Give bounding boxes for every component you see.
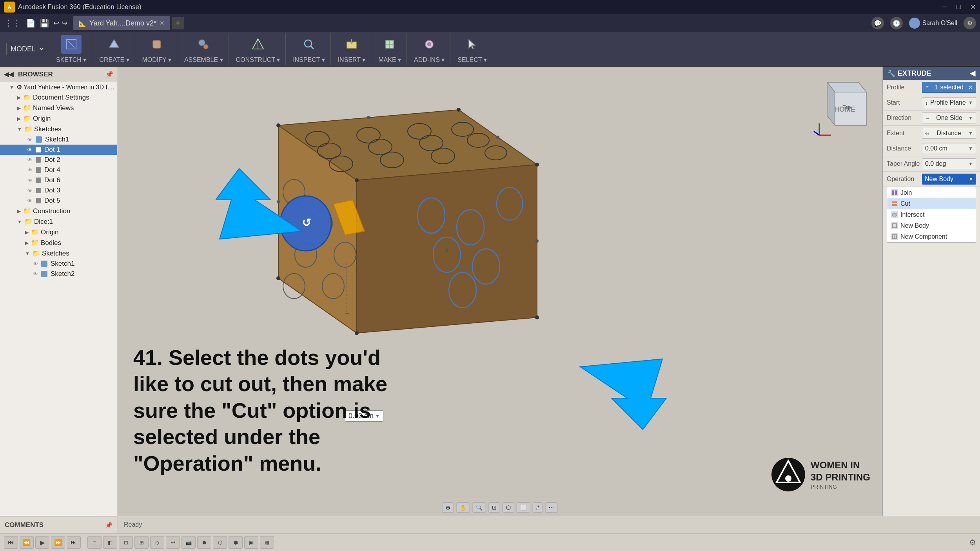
operation-new-body[interactable]: New Body (887, 220, 976, 231)
browser-pin-icon[interactable]: 📌 (105, 71, 113, 78)
eye-icon-s1[interactable]: 👁 (33, 261, 38, 267)
pan-btn[interactable]: ✋ (456, 502, 470, 513)
assemble-btn[interactable] (193, 35, 214, 54)
browser-construction[interactable]: ▶ 📁 Construction (0, 206, 117, 216)
construct-btn[interactable] (248, 35, 268, 54)
svg-point-56 (355, 331, 359, 335)
camera-btn[interactable]: 📷 (181, 536, 196, 549)
operation-new-component[interactable]: New Component (887, 231, 976, 242)
operation-cut[interactable]: Cut (887, 198, 976, 209)
inspect-btn[interactable] (299, 35, 319, 54)
frame-btn3[interactable]: ⊡ (119, 536, 133, 549)
browser-dot3[interactable]: 👁 Dot 3 (0, 185, 117, 196)
browser-origin-dice[interactable]: ▶ 📁 Origin (0, 227, 117, 237)
display-btn[interactable]: ⬜ (517, 502, 530, 513)
eye-icon4[interactable]: 👁 (27, 167, 33, 173)
start-select[interactable]: ↕ Profile Plane ▼ (922, 97, 976, 108)
frame-btn2[interactable]: ◧ (103, 536, 117, 549)
eye-icon-dot3[interactable]: 👁 (27, 188, 33, 194)
minimize-btn[interactable]: ─ (942, 3, 947, 11)
extrude-expand-icon[interactable]: ◀ (970, 69, 975, 78)
new-btn[interactable]: 📄 (26, 18, 36, 28)
insert-btn[interactable] (341, 35, 362, 54)
browser-dot2[interactable]: 👁 Dot 2 (0, 155, 117, 165)
distance-input[interactable]: 0.00 cm ▼ (922, 143, 976, 154)
new-tab-btn[interactable]: + (172, 17, 184, 29)
play-btn[interactable]: ▶ (35, 536, 49, 549)
main-tab[interactable]: 📐 Yard Yah....Demo v2* ✕ (73, 16, 170, 30)
eye-icon3[interactable]: 👁 (27, 157, 33, 163)
app-menu-icon[interactable]: ⋮⋮ (4, 18, 21, 28)
keyframe-btn2[interactable]: ⬢ (229, 536, 243, 549)
nav-cube[interactable]: HOME Top (811, 74, 874, 137)
undo-btn[interactable]: ↩ (53, 19, 59, 27)
browser-named-views[interactable]: ▶ 📁 Named Views (0, 103, 117, 113)
keyframe-btn3[interactable]: ▣ (244, 536, 258, 549)
browser-doc-settings[interactable]: ▶ 📁 Document Settings (0, 92, 117, 103)
profile-value[interactable]: 🖱 1 selected ✕ (922, 82, 976, 93)
arrow-btn[interactable]: ↩ (166, 536, 180, 549)
eye-icon2[interactable]: 👁 (27, 147, 33, 153)
create-btn[interactable] (104, 35, 124, 54)
rewind-start-btn[interactable]: ⏮ (4, 536, 18, 549)
chat-icon[interactable]: 💬 (871, 17, 884, 29)
model-selector[interactable]: MODEL (6, 43, 45, 55)
extent-select[interactable]: ⇔ Distance ▼ (922, 128, 976, 139)
comments-pin-icon[interactable]: 📌 (105, 522, 113, 529)
browser-dot1[interactable]: 👁 Dot 1 (0, 145, 117, 155)
zoom-btn[interactable]: 🔍 (472, 502, 486, 513)
fit-btn[interactable]: ⊡ (488, 502, 500, 513)
modify-btn[interactable] (147, 35, 167, 54)
grid-btn[interactable]: # (533, 502, 543, 513)
perspective-btn[interactable]: ⬡ (503, 502, 514, 513)
browser-bodies[interactable]: ▶ 📁 Bodies (0, 237, 117, 248)
clock-icon[interactable]: 🕐 (890, 17, 903, 29)
save-btn[interactable]: 💾 (40, 18, 49, 28)
viewport[interactable]: ↺ (118, 67, 882, 516)
browser-dot5[interactable]: 👁 Dot 5 (0, 196, 117, 206)
eye-icon-dot5[interactable]: 👁 (27, 198, 33, 204)
addins-btn[interactable] (419, 35, 439, 54)
settings-gear-btn[interactable]: ⚙ (969, 538, 976, 547)
operation-dropdown[interactable]: New Body ▼ (922, 174, 976, 185)
close-btn[interactable]: ✕ (970, 3, 976, 11)
eye-icon6[interactable]: 👁 (27, 178, 33, 183)
keyframe-btn1[interactable]: ⬡ (213, 536, 227, 549)
browser-sketches-root[interactable]: ▼ 📁 Sketches (0, 124, 117, 134)
browser-root[interactable]: ▼ ⚙ Yard Yahtzee - Women in 3D L... ↻ (0, 82, 117, 92)
browser-dot4[interactable]: 👁 Dot 4 (0, 165, 117, 175)
rewind-btn[interactable]: ⏪ (20, 536, 34, 549)
tab-close-icon[interactable]: ✕ (160, 20, 165, 27)
browser-sketch1-dice[interactable]: 👁 Sketch1 (0, 259, 117, 269)
make-btn[interactable] (379, 35, 400, 54)
taper-input[interactable]: 0.0 deg ▼ (922, 158, 976, 169)
profile-clear-btn[interactable]: ✕ (968, 84, 973, 91)
settings-icon[interactable]: ⚙ (964, 17, 976, 29)
operation-join[interactable]: Join (887, 187, 976, 198)
browser-sketch1[interactable]: 👁 Sketch1 (0, 134, 117, 145)
browser-origin-root[interactable]: ▶ 📁 Origin (0, 113, 117, 124)
frame-btn4[interactable]: ⊞ (134, 536, 149, 549)
orbit-btn[interactable]: ⊕ (442, 502, 454, 513)
browser-sketch2-dice[interactable]: 👁 Sketch2 (0, 269, 117, 279)
sketches-root-label: Sketches (34, 125, 62, 133)
redo-btn[interactable]: ↪ (62, 19, 67, 27)
sketch-btn[interactable] (61, 35, 82, 54)
forward-btn[interactable]: ⏩ (51, 536, 65, 549)
eye-icon-s2[interactable]: 👁 (33, 271, 38, 277)
eye-icon1[interactable]: 👁 (27, 137, 33, 143)
browser-sketches-dice[interactable]: ▼ 📁 Sketches (0, 248, 117, 259)
record-btn[interactable]: ⏺ (197, 536, 211, 549)
frame-btn1[interactable]: □ (87, 536, 102, 549)
keyframe-btn4[interactable]: ▦ (260, 536, 274, 549)
browser-dot6[interactable]: 👁 Dot 6 (0, 175, 117, 185)
direction-select[interactable]: → One Side ▼ (922, 112, 976, 123)
select-btn[interactable] (462, 35, 482, 54)
operation-intersect[interactable]: Intersect (887, 209, 976, 220)
more-btn[interactable]: ⋯ (545, 502, 557, 513)
browser-collapse-icon[interactable]: ◀◀ (4, 71, 13, 78)
forward-end-btn[interactable]: ⏭ (67, 536, 81, 549)
marker-btn[interactable]: ◇ (150, 536, 164, 549)
maximize-btn[interactable]: □ (956, 3, 961, 11)
browser-dice1[interactable]: ▼ 📁 Dice:1 (0, 216, 117, 227)
